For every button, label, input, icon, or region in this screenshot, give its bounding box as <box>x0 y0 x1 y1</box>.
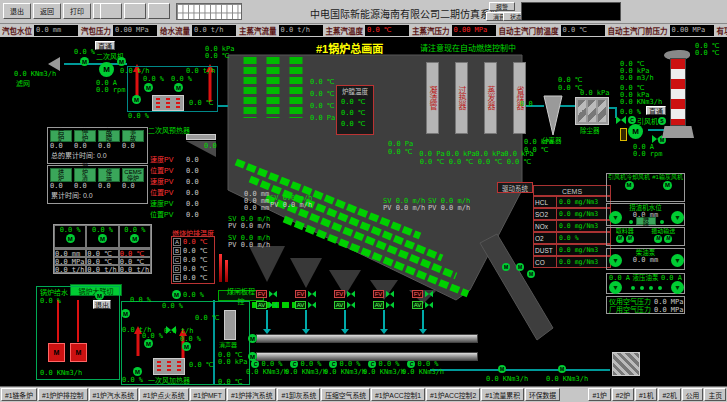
cems-motor[interactable]: M <box>527 270 535 278</box>
nav-button[interactable]: #1炉汽水系统 <box>89 388 139 401</box>
feed-pump-1[interactable]: M <box>48 343 65 362</box>
fv-tag: FV <box>373 290 385 298</box>
vt-valve2[interactable]: M <box>98 234 107 243</box>
furnace-val-1: 0.0 ℃ <box>310 78 335 86</box>
startup-button[interactable]: 停炉 <box>74 130 96 142</box>
feed-pump-2[interactable]: M <box>70 343 87 362</box>
nav-button[interactable]: #1炉MFT <box>190 388 226 401</box>
startup-button[interactable]: 故障 <box>98 130 120 142</box>
secair-valve4[interactable]: M <box>174 83 183 92</box>
startup-button[interactable]: 启炉 <box>50 130 72 142</box>
pa-valve1[interactable]: M <box>121 309 130 318</box>
secair-valve5[interactable]: M <box>132 95 141 104</box>
slag-motor-2[interactable]: M <box>558 365 566 373</box>
idfan-motor[interactable]: M <box>628 124 643 139</box>
toolbar-slot[interactable] <box>100 3 122 19</box>
dust-kpa: 0.0 kPa <box>580 89 610 97</box>
slag-motor-1[interactable]: M <box>498 365 506 373</box>
nav-unit-button[interactable]: 主页 <box>704 388 726 401</box>
speed-label: 位置PV <box>150 167 180 175</box>
nav-button[interactable]: 压缩空气系统 <box>321 388 370 401</box>
vt-valve3[interactable]: M <box>130 234 139 243</box>
startup-button[interactable]: 停运 <box>98 168 120 182</box>
release-button[interactable]: 解除 <box>636 217 656 225</box>
av-valve[interactable] <box>386 301 394 307</box>
nav-button[interactable]: #1流量累积 <box>481 388 524 401</box>
av-valve[interactable] <box>425 301 433 307</box>
pa-kpa: 0.0 kPa <box>218 358 248 366</box>
nav-button[interactable]: #1卸灰系统 <box>277 388 320 401</box>
gate-valve[interactable]: M <box>172 290 181 299</box>
reclaimer-motor2[interactable]: M <box>626 235 634 243</box>
secair-bypass-button[interactable]: 直通 <box>95 41 115 50</box>
vt-valve1[interactable]: M <box>66 234 75 243</box>
nav-unit-button[interactable]: #2炉 <box>612 388 634 401</box>
idfan-inlet-motor[interactable]: C <box>628 116 636 124</box>
startup-button[interactable]: 停炉清洗 <box>74 168 96 182</box>
nav-unit-button[interactable]: #1炉 <box>588 388 610 401</box>
pa-valve3[interactable]: M <box>144 339 153 348</box>
oil-pump-left[interactable]: ▼ <box>609 254 622 267</box>
nav-button[interactable]: 环保数据 <box>525 388 560 401</box>
secair-valve1[interactable]: M <box>80 57 89 66</box>
toolbar-button[interactable]: 打印 <box>63 3 91 19</box>
nav-unit-button[interactable]: #2机 <box>658 388 680 401</box>
ash-fan-motor[interactable]: M <box>663 181 672 190</box>
av-valve[interactable] <box>269 301 277 307</box>
startup-button[interactable]: CEMS停炉 <box>122 168 144 182</box>
idfan-inlet-damper[interactable] <box>616 116 626 124</box>
fv-valve[interactable] <box>308 290 316 296</box>
av-valve[interactable] <box>308 301 316 307</box>
slag-chute-motor2[interactable]: M <box>516 263 524 271</box>
fv-valve[interactable] <box>347 290 355 296</box>
secair-valve3[interactable]: M <box>144 83 153 92</box>
slag-chute-motor1[interactable]: M <box>502 263 510 271</box>
damper-motor[interactable]: C <box>251 360 259 368</box>
idfan-bypass-button[interactable]: 直通 <box>646 106 666 115</box>
pump-down-right[interactable]: ▼ <box>671 211 684 224</box>
idfan-cooling-fan-motor[interactable]: M <box>625 181 634 190</box>
reclaimer-motor1[interactable]: M <box>616 235 624 243</box>
conveyor-motor-1[interactable]: M <box>248 334 257 343</box>
startup-button[interactable]: 事故 <box>122 130 144 142</box>
cems-row: SO2 0.0 mg/Nm3 <box>533 208 611 220</box>
nav-button[interactable]: #1炉排汽系统 <box>227 388 277 401</box>
bank-bar: 蒸发器 <box>484 62 497 134</box>
pa-valve5[interactable]: M <box>133 367 142 376</box>
startup-button[interactable]: 烘炉 <box>50 168 72 182</box>
nav-button[interactable]: #1炉ACC控制2 <box>426 388 480 401</box>
secair-fan-motor[interactable]: M <box>99 62 114 77</box>
damper-motor[interactable]: C <box>407 360 415 368</box>
nav-button[interactable]: #1炉点火系统 <box>139 388 189 401</box>
pa-valve4[interactable]: M <box>182 342 191 351</box>
toolbar-button[interactable]: 退出 <box>3 3 31 19</box>
vibro-motor1[interactable]: M <box>654 235 662 243</box>
damper-motor[interactable]: C <box>290 360 298 368</box>
fv-valve[interactable] <box>425 290 433 296</box>
feedwater-valve[interactable]: M <box>95 291 104 300</box>
hyd-pump-right[interactable]: ▼ <box>671 281 684 294</box>
av-valve[interactable] <box>347 301 355 307</box>
oil-pump-right[interactable]: ▼ <box>671 254 684 267</box>
nav-button[interactable]: #1链条炉 <box>1 388 37 401</box>
hyd-pump-left[interactable]: ▼ <box>609 281 622 294</box>
secair-valve2[interactable]: M <box>117 57 126 66</box>
damper-motor[interactable]: C <box>329 360 337 368</box>
nav-unit-button[interactable]: 公用 <box>682 388 704 401</box>
fv-valve[interactable] <box>269 290 277 296</box>
toolbar-slot[interactable] <box>148 3 170 19</box>
fv-valve[interactable] <box>386 290 394 296</box>
pump-down-left[interactable]: ▼ <box>609 211 622 224</box>
conveyor-motor-2[interactable]: M <box>248 352 257 361</box>
nav-button[interactable]: #1炉炉排控制 <box>38 388 88 401</box>
muffler <box>224 310 236 340</box>
alarm-annunciator-grid[interactable] <box>176 3 242 20</box>
toolbar-button[interactable]: 返回 <box>33 3 61 19</box>
nav-unit-button[interactable]: #1机 <box>635 388 657 401</box>
vibro-motor2[interactable]: M <box>664 235 672 243</box>
damper-motor[interactable]: C <box>368 360 376 368</box>
idfan-s-indicator[interactable]: S <box>658 117 666 125</box>
alarm-button[interactable]: 报警 <box>489 2 515 11</box>
toolbar-slot[interactable] <box>124 3 146 19</box>
nav-button[interactable]: #1炉ACC控制1 <box>371 388 425 401</box>
